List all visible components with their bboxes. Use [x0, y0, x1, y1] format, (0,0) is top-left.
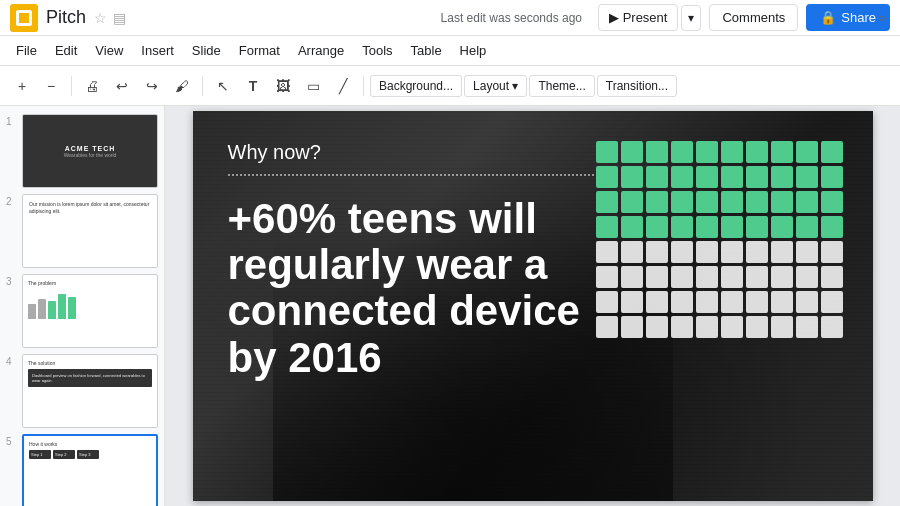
grid-cell [671, 241, 693, 263]
grid-cell [621, 241, 643, 263]
slide-preview-5[interactable]: How it works Step 1 Step 2 Step 3 [22, 434, 158, 506]
grid-cell [796, 166, 818, 188]
grid-cell [596, 241, 618, 263]
grid-cell [796, 216, 818, 238]
grid-cell [746, 216, 768, 238]
grid-cell [596, 141, 618, 163]
square-grid [596, 141, 843, 338]
layout-button[interactable]: Layout ▾ [464, 75, 527, 97]
slide-preview-4[interactable]: The solution Dashboard preview on fashio… [22, 354, 158, 428]
document-title: Pitch [46, 7, 86, 28]
grid-cell [696, 266, 718, 288]
main-layout: 1 ACME TECH Wearables for the world 2 Ou… [0, 106, 900, 506]
transition-label: Transition... [606, 79, 668, 93]
menu-edit[interactable]: Edit [47, 39, 85, 62]
undo-button[interactable]: ↩ [108, 72, 136, 100]
grid-cell [771, 316, 793, 338]
grid-cell [696, 166, 718, 188]
grid-cell [646, 191, 668, 213]
grid-cell [821, 241, 843, 263]
background-button[interactable]: Background... [370, 75, 462, 97]
slide5-title: How it works [29, 441, 151, 447]
present-dropdown-button[interactable]: ▾ [681, 5, 701, 31]
grid-cell [696, 191, 718, 213]
grid-cell [796, 316, 818, 338]
grid-cell [796, 191, 818, 213]
text-tool-button[interactable]: T [239, 72, 267, 100]
grid-cell [821, 166, 843, 188]
toolbar-zoom-group: + − [8, 72, 65, 100]
last-edit-status: Last edit was seconds ago [441, 11, 582, 25]
slide5-step2: Step 2 [53, 450, 75, 459]
menu-format[interactable]: Format [231, 39, 288, 62]
grid-cell [771, 291, 793, 313]
grid-cell [596, 191, 618, 213]
slide-preview-1[interactable]: ACME TECH Wearables for the world [22, 114, 158, 188]
menu-view[interactable]: View [87, 39, 131, 62]
menu-slide[interactable]: Slide [184, 39, 229, 62]
grid-cell [671, 191, 693, 213]
zoom-in-button[interactable]: + [8, 72, 36, 100]
grid-cell [646, 291, 668, 313]
slide-canvas[interactable]: Why now? +60% teens will regularly wear … [193, 111, 873, 501]
grid-cell [696, 141, 718, 163]
collapse-toolbar-button[interactable]: » [872, 8, 892, 28]
slide-thumb-1[interactable]: 1 ACME TECH Wearables for the world [6, 114, 158, 188]
slide-thumb-5[interactable]: 5 How it works Step 1 Step 2 Step 3 [6, 434, 158, 506]
grid-cell [746, 141, 768, 163]
canvas-area: Why now? +60% teens will regularly wear … [165, 106, 900, 506]
present-button[interactable]: ▶ Present [598, 4, 678, 31]
grid-cell [746, 241, 768, 263]
slide-preview-3[interactable]: The problem [22, 274, 158, 348]
grid-cell [796, 241, 818, 263]
star-icon[interactable]: ☆ [94, 10, 107, 26]
print-button[interactable]: 🖨 [78, 72, 106, 100]
line-tool-button[interactable]: ╱ [329, 72, 357, 100]
grid-cell [671, 216, 693, 238]
title-bar: Pitch ☆ ▤ Last edit was seconds ago ▶ Pr… [0, 0, 900, 36]
comments-button[interactable]: Comments [709, 4, 798, 31]
background-label: Background... [379, 79, 453, 93]
slide-thumb-2[interactable]: 2 Our mission is lorem ipsum dolor sit a… [6, 194, 158, 268]
grid-cell [696, 316, 718, 338]
grid-cell [671, 266, 693, 288]
redo-button[interactable]: ↪ [138, 72, 166, 100]
grid-cell [646, 316, 668, 338]
slide-thumb-4[interactable]: 4 The solution Dashboard preview on fash… [6, 354, 158, 428]
slide-preview-2[interactable]: Our mission is lorem ipsum dolor sit ame… [22, 194, 158, 268]
image-tool-button[interactable]: 🖼 [269, 72, 297, 100]
slide-panel: 1 ACME TECH Wearables for the world 2 Ou… [0, 106, 165, 506]
grid-cell [721, 216, 743, 238]
menu-insert[interactable]: Insert [133, 39, 182, 62]
shape-tool-button[interactable]: ▭ [299, 72, 327, 100]
slide1-subtitle: Wearables for the world [64, 152, 117, 158]
select-tool-button[interactable]: ↖ [209, 72, 237, 100]
zoom-out-button[interactable]: − [37, 72, 65, 100]
app-icon [10, 4, 38, 32]
grid-cell [821, 141, 843, 163]
menu-table[interactable]: Table [403, 39, 450, 62]
grid-cell [721, 266, 743, 288]
grid-cell [696, 216, 718, 238]
slide-thumb-3[interactable]: 3 The problem [6, 274, 158, 348]
paint-format-button[interactable]: 🖌 [168, 72, 196, 100]
grid-cell [621, 216, 643, 238]
grid-cell [721, 316, 743, 338]
toolbar-separator-3 [363, 76, 364, 96]
menu-file[interactable]: File [8, 39, 45, 62]
theme-button[interactable]: Theme... [529, 75, 594, 97]
grid-cell [596, 266, 618, 288]
transition-button[interactable]: Transition... [597, 75, 677, 97]
menu-help[interactable]: Help [452, 39, 495, 62]
grid-cell [796, 141, 818, 163]
grid-cell [671, 166, 693, 188]
grid-cell [646, 166, 668, 188]
grid-cell [621, 291, 643, 313]
share-label: Share [841, 10, 876, 25]
menu-tools[interactable]: Tools [354, 39, 400, 62]
grid-cell [746, 291, 768, 313]
grid-cell [721, 141, 743, 163]
grid-cell [771, 166, 793, 188]
menu-bar: File Edit View Insert Slide Format Arran… [0, 36, 900, 66]
menu-arrange[interactable]: Arrange [290, 39, 352, 62]
